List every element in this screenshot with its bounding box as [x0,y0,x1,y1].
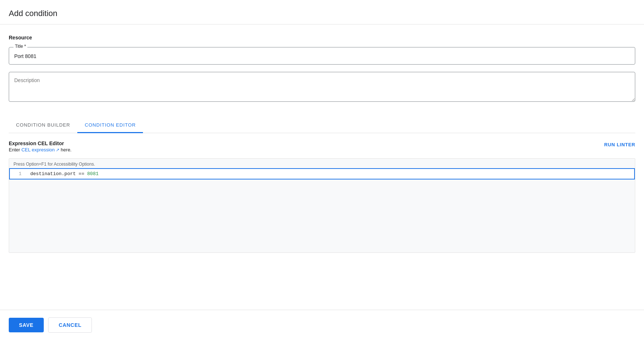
title-field-label: Title * [13,44,27,49]
resource-label: Resource [9,35,635,40]
page-container: Add condition Resource Title * CONDITION… [0,0,644,340]
title-field-wrapper: Title * [9,47,635,65]
description-field-wrapper [9,72,635,102]
header-divider [0,24,644,24]
expression-left: Expression CEL Editor Enter CEL expressi… [9,140,71,152]
code-content-1: destination.port == 8081 [27,171,634,177]
cel-expression-link[interactable]: CEL expression↗ [22,147,59,152]
title-input[interactable] [9,47,635,64]
code-editor-area: Press Option+F1 for Accessibility Option… [9,158,635,253]
code-number: 8081 [87,171,98,177]
cancel-button[interactable]: CANCEL [48,317,92,333]
tabs-container: CONDITION BUILDER CONDITION EDITOR [9,118,635,133]
footer: SAVE CANCEL [0,310,644,340]
line-number-1: 1 [10,171,27,177]
tab-condition-editor[interactable]: CONDITION EDITOR [77,118,143,133]
expression-section: Expression CEL Editor Enter CEL expressi… [9,140,635,253]
description-textarea[interactable] [9,72,635,101]
external-link-icon: ↗ [56,147,59,152]
expression-header-row: Expression CEL Editor Enter CEL expressi… [9,140,635,152]
expression-subtitle: Enter CEL expression↗ here. [9,147,71,152]
tab-condition-builder[interactable]: CONDITION BUILDER [9,118,77,133]
save-button[interactable]: SAVE [9,318,44,332]
code-line-1: 1 destination.port == 8081 [9,168,635,179]
expression-title: Expression CEL Editor [9,140,71,146]
code-editor-empty-space [9,179,635,252]
accessibility-hint: Press Option+F1 for Accessibility Option… [9,159,635,168]
run-linter-button[interactable]: RUN LINTER [604,140,635,149]
page-title: Add condition [9,9,635,18]
description-field-group [9,72,635,102]
title-field-group: Title * [9,47,635,65]
